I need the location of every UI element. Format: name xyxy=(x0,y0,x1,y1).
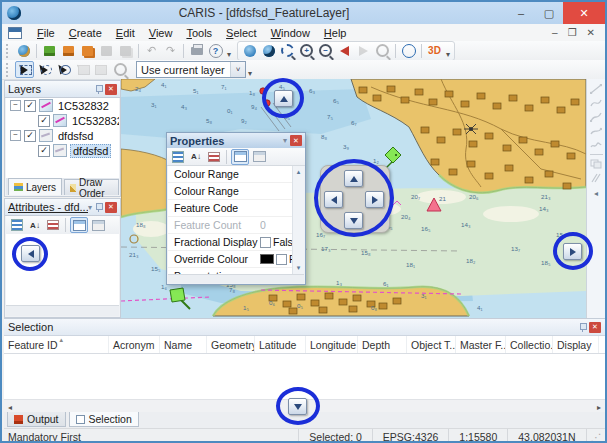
column-header-depth[interactable]: Depth xyxy=(358,336,407,353)
pin-icon[interactable] xyxy=(95,203,102,212)
tab-layers[interactable]: Layers xyxy=(8,178,62,195)
layer-label[interactable]: 1C532832 xyxy=(70,115,119,127)
save-icon[interactable] xyxy=(98,43,115,58)
view-globe-icon[interactable] xyxy=(241,43,258,58)
layer-label[interactable]: dfdsfsd xyxy=(56,130,95,142)
layer-checkbox[interactable]: ✓ xyxy=(38,115,50,127)
resize-grip[interactable]: ⋰ xyxy=(586,429,606,443)
open-layer-icon[interactable] xyxy=(60,43,77,58)
copy-feature-icon[interactable] xyxy=(589,157,604,171)
column-header-name[interactable]: Name xyxy=(160,336,207,353)
toolbar-grip[interactable] xyxy=(6,44,11,58)
property-row[interactable]: Feature Count0 xyxy=(168,217,292,234)
tab-draw-order[interactable]: Draw Order xyxy=(64,179,119,195)
categorized-view-icon[interactable] xyxy=(9,218,25,232)
pin-icon[interactable] xyxy=(95,85,102,94)
property-checkbox[interactable] xyxy=(276,254,287,265)
layer-tree-item[interactable]: −✓1C532832 xyxy=(6,98,119,113)
layer-checkbox[interactable]: ✓ xyxy=(24,130,36,142)
close-button[interactable]: ✕ xyxy=(563,2,605,24)
column-header-display[interactable]: Display xyxy=(553,336,599,353)
layer-select-combobox[interactable]: Use current layer ˅ xyxy=(136,61,246,78)
column-header-latitude[interactable]: Latitude xyxy=(255,336,306,353)
select-polygon-icon[interactable] xyxy=(74,62,91,77)
mdi-minimize-button[interactable]: – xyxy=(552,27,558,38)
column-header-master-f-[interactable]: Master F... xyxy=(456,336,506,353)
layer-tree-item[interactable]: ✓1C532832 xyxy=(6,113,119,128)
sort-az-icon[interactable]: A↓ xyxy=(27,218,43,232)
view-toolbar-overflow-icon[interactable]: ▾ xyxy=(446,50,450,60)
zoom-next-icon[interactable] xyxy=(355,43,372,58)
help-icon[interactable]: ? xyxy=(207,43,224,58)
grid-view-icon[interactable] xyxy=(45,218,61,232)
redo-icon[interactable]: ↷ xyxy=(162,43,179,58)
title-bar[interactable]: CARIS - [dfdsfsd_FeatureLayer] – ▢ ✕ xyxy=(2,2,605,24)
open-file-icon[interactable] xyxy=(41,43,58,58)
menu-item-window[interactable]: Window xyxy=(264,25,317,41)
attributes-panel-header[interactable]: Attributes - dfd... ▾ ✕ xyxy=(5,199,120,216)
layer-label[interactable]: dfdsfsd xyxy=(70,144,111,158)
open-recent-icon[interactable] xyxy=(79,43,96,58)
column-header-geometry[interactable]: Geometry xyxy=(207,336,255,353)
chevron-down-icon[interactable]: ▾ xyxy=(88,203,92,212)
pane-layout-alt-icon[interactable] xyxy=(90,218,106,232)
menu-item-tools[interactable]: Tools xyxy=(179,25,219,41)
scroll-left-icon[interactable]: ◂ xyxy=(8,403,12,412)
mdi-document-icon[interactable] xyxy=(8,27,22,39)
3d-view-icon[interactable]: 3D xyxy=(426,43,443,58)
layer-checkbox[interactable]: ✓ xyxy=(24,100,36,112)
property-checkbox[interactable] xyxy=(260,237,271,248)
pane-layout-icon[interactable] xyxy=(231,149,249,165)
undo-icon[interactable]: ↶ xyxy=(143,43,160,58)
column-header-object-t-[interactable]: Object T... xyxy=(407,336,456,353)
toolbar-overflow-icon[interactable]: ▾ xyxy=(248,69,252,79)
toolbar-collapse-icon[interactable]: ◂ xyxy=(594,189,598,198)
toolbar-overflow-icon[interactable]: ▾ xyxy=(227,50,231,60)
layers-close-icon[interactable]: ✕ xyxy=(105,84,117,95)
zoom-window-icon[interactable] xyxy=(260,43,277,58)
selection-close-icon[interactable]: ✕ xyxy=(589,322,601,333)
column-header-longitude[interactable]: Longitude xyxy=(306,336,358,353)
pin-icon[interactable] xyxy=(579,323,586,332)
minimize-button[interactable]: – xyxy=(507,3,535,23)
chevron-down-icon[interactable]: ▾ xyxy=(283,136,287,145)
zoom-in-icon[interactable]: + xyxy=(298,43,315,58)
select-rectangle-icon[interactable] xyxy=(15,61,34,78)
select-zoom-icon[interactable] xyxy=(112,62,129,77)
print-icon[interactable] xyxy=(188,43,205,58)
layers-panel-header[interactable]: Layers ✕ xyxy=(5,81,120,98)
scroll-down-icon[interactable]: ▾ xyxy=(297,264,301,272)
column-header-feature-id[interactable]: Feature ID▴ xyxy=(4,336,109,353)
layer-label[interactable]: 1C532832 xyxy=(56,100,111,112)
attributes-close-icon[interactable]: ✕ xyxy=(105,202,117,213)
tab-selection[interactable]: Selection xyxy=(69,412,139,427)
layer-checkbox[interactable]: ✓ xyxy=(38,145,50,157)
new-document-icon[interactable] xyxy=(15,43,32,58)
select-lasso-icon[interactable] xyxy=(36,62,53,77)
menu-item-help[interactable]: Help xyxy=(317,25,354,41)
select-all-icon[interactable] xyxy=(93,62,110,77)
properties-header[interactable]: Properties ▾ ✕ xyxy=(167,133,305,148)
color-swatch-icon[interactable] xyxy=(260,254,274,264)
zoom-selection-icon[interactable] xyxy=(374,43,391,58)
maximize-button[interactable]: ▢ xyxy=(535,3,563,23)
zoom-out-icon[interactable]: − xyxy=(317,43,334,58)
sort-az-icon[interactable]: A↓ xyxy=(188,150,204,164)
categorized-view-icon[interactable] xyxy=(170,150,186,164)
select-circle-icon[interactable] xyxy=(55,62,72,77)
menu-item-file[interactable]: File xyxy=(30,25,62,41)
selection-panel-header[interactable]: Selection ✕ xyxy=(4,319,605,336)
property-row[interactable]: Override ColourFalse xyxy=(168,251,292,268)
column-header-acronym[interactable]: Acronym xyxy=(109,336,160,353)
properties-scrollbar[interactable]: ▴ ▾ xyxy=(292,166,304,274)
draw-bezier-icon[interactable] xyxy=(589,124,604,138)
mdi-close-button[interactable]: ✕ xyxy=(587,27,595,38)
property-row[interactable]: Colour Range xyxy=(168,166,292,183)
properties-close-icon[interactable]: ✕ xyxy=(290,135,302,146)
draw-freehand-icon[interactable] xyxy=(589,138,604,152)
menu-item-select[interactable]: Select xyxy=(219,25,264,41)
column-header-collectio-[interactable]: Collectio... xyxy=(506,336,553,353)
menu-item-view[interactable]: View xyxy=(142,25,180,41)
menu-item-edit[interactable]: Edit xyxy=(109,25,142,41)
toolbar-grip[interactable] xyxy=(6,63,11,77)
